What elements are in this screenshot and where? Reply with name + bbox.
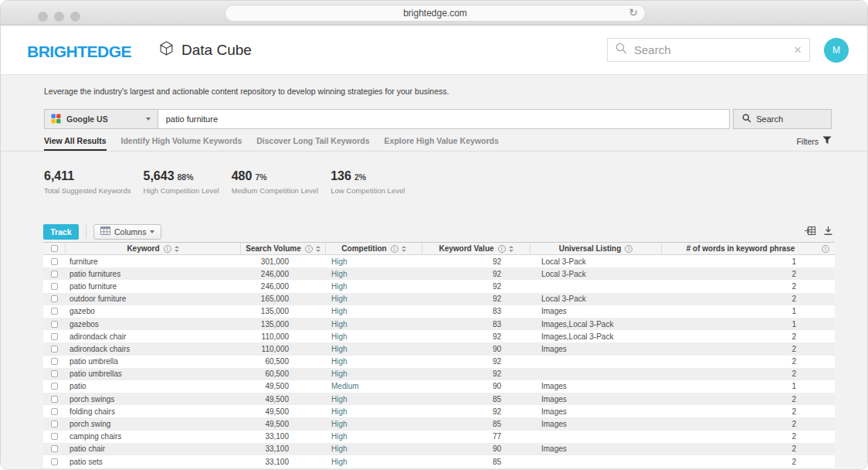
url-bar[interactable]: brightedge.com ↻	[225, 5, 646, 22]
row-checkbox[interactable]	[51, 346, 58, 352]
info-icon[interactable]	[625, 245, 632, 253]
select-all-checkbox[interactable]	[51, 245, 58, 252]
sort-down-arrow	[175, 250, 179, 252]
sort-icon[interactable]	[316, 246, 320, 252]
table-row: adirondack chairs110,000High90Images2	[43, 342, 835, 355]
stat-label: Medium Competition Level	[232, 186, 318, 195]
value-cell: 83	[422, 318, 530, 330]
keyword-cell[interactable]: gazebos	[65, 318, 240, 330]
close-icon[interactable]: ×	[794, 43, 802, 56]
tab-view-all-results[interactable]: View All Results	[44, 133, 107, 151]
search-engine-select[interactable]: Google US	[44, 109, 158, 129]
keyword-cell[interactable]: outdoor furniture	[65, 293, 240, 305]
page-title-text: Data Cube	[181, 42, 252, 59]
column-header-keyword[interactable]: Keyword	[65, 243, 240, 254]
download-icon[interactable]	[823, 225, 833, 239]
keyword-cell[interactable]: patio sets	[65, 455, 240, 468]
sort-icon[interactable]	[509, 246, 514, 252]
info-icon[interactable]	[498, 245, 506, 253]
volume-cell: 33,100	[240, 455, 325, 468]
listing-cell: Images	[530, 443, 661, 455]
keyword-cell[interactable]: patio	[65, 380, 240, 393]
keyword-cell[interactable]: folding chairs	[65, 405, 240, 417]
info-icon[interactable]	[164, 245, 171, 253]
info-icon[interactable]	[822, 245, 829, 253]
value-cell: 92	[422, 405, 530, 417]
value-cell: 92	[422, 280, 530, 292]
row-checkbox-cell	[43, 267, 65, 280]
row-checkbox[interactable]	[51, 408, 58, 415]
keyword-cell[interactable]: patio chair	[65, 443, 240, 455]
keyword-cell[interactable]: patio furniture	[65, 280, 240, 292]
column-header-select-all[interactable]	[43, 243, 65, 254]
header-search-input[interactable]	[634, 43, 794, 56]
keyword-query-input[interactable]	[158, 109, 730, 129]
search-button[interactable]: Search	[733, 109, 832, 129]
keyword-cell[interactable]: adirondack chair	[65, 330, 240, 342]
row-checkbox[interactable]	[51, 258, 58, 265]
tab-discover-long-tail-keywords[interactable]: Discover Long Tail Keywords	[256, 133, 369, 151]
info-icon[interactable]	[391, 245, 398, 253]
row-checkbox[interactable]	[51, 308, 58, 315]
row-checkbox[interactable]	[51, 396, 58, 403]
volume-cell: 49,500	[240, 380, 325, 393]
row-checkbox[interactable]	[51, 445, 58, 452]
row-checkbox[interactable]	[51, 433, 58, 440]
export-table-icon[interactable]	[805, 225, 816, 239]
row-checkbox-cell	[43, 417, 65, 430]
keyword-cell[interactable]: adirondack chairs	[65, 342, 240, 355]
keyword-cell[interactable]: patio umbrellas	[65, 368, 240, 380]
tab-explore-high-value-keywords[interactable]: Explore High Value Keywords	[385, 133, 499, 151]
stat-percent: 7%	[255, 172, 266, 182]
header-search-box[interactable]: ×	[607, 38, 810, 62]
columns-button[interactable]: Columns	[93, 224, 161, 240]
brightedge-logo[interactable]: BRIGHTEDGE	[27, 43, 131, 61]
volume-cell: 301,000	[240, 255, 325, 267]
row-checkbox[interactable]	[51, 321, 58, 328]
row-checkbox[interactable]	[51, 383, 58, 390]
stat-label: Low Competition Level	[331, 186, 405, 195]
filters-button[interactable]: Filters	[796, 133, 832, 151]
avatar[interactable]: M	[824, 38, 849, 63]
competition-cell: High	[325, 342, 422, 355]
volume-cell: 60,500	[240, 356, 325, 368]
info-icon[interactable]	[305, 245, 313, 253]
window-zoom-button[interactable]	[70, 12, 80, 22]
track-button[interactable]: Track	[43, 224, 79, 240]
competition-cell: High	[325, 293, 422, 305]
window-minimize-button[interactable]	[54, 12, 64, 22]
table-row: porch swing49,500High85Images2	[43, 417, 835, 430]
keyword-cell[interactable]: camping chairs	[65, 431, 240, 443]
keyword-cell[interactable]: patio umbrella	[65, 356, 240, 368]
keyword-cell[interactable]: porch swing	[65, 417, 240, 430]
sort-icon[interactable]	[402, 246, 406, 252]
keyword-cell[interactable]: porch swings	[65, 393, 240, 405]
column-header-keyword-value[interactable]: Keyword Value	[422, 243, 530, 254]
row-checkbox[interactable]	[51, 283, 58, 290]
table-row: patio umbrellas60,500High922	[43, 368, 835, 380]
value-cell: 85	[422, 393, 530, 405]
row-checkbox[interactable]	[51, 358, 58, 365]
row-checkbox[interactable]	[51, 421, 58, 427]
row-checkbox[interactable]	[51, 370, 58, 377]
column-header-search-volume[interactable]: Search Volume	[240, 243, 325, 254]
reload-icon[interactable]: ↻	[629, 6, 638, 19]
window-close-button[interactable]	[38, 12, 48, 22]
keyword-cell[interactable]: furniture	[65, 255, 240, 267]
chevron-down-icon	[146, 118, 151, 121]
keyword-cell[interactable]: gazebo	[65, 305, 240, 318]
keyword-cell[interactable]: patio furnitures	[65, 267, 240, 280]
row-checkbox[interactable]	[51, 295, 58, 302]
sort-icon[interactable]	[175, 246, 179, 252]
volume-cell: 49,500	[240, 393, 325, 405]
tab-identify-high-volume-keywords[interactable]: Identify High Volume Keywords	[121, 133, 242, 151]
stat-percent: 2%	[354, 172, 366, 182]
row-checkbox[interactable]	[51, 458, 58, 465]
row-checkbox[interactable]	[51, 271, 58, 278]
row-checkbox-cell	[43, 431, 65, 443]
table-row: gazebos135,000High83Images,Local 3-Pack1	[43, 318, 835, 330]
volume-cell: 165,000	[240, 293, 325, 305]
column-header-competition[interactable]: Competition	[325, 243, 422, 254]
row-checkbox-cell	[43, 342, 65, 355]
row-checkbox[interactable]	[51, 333, 58, 340]
